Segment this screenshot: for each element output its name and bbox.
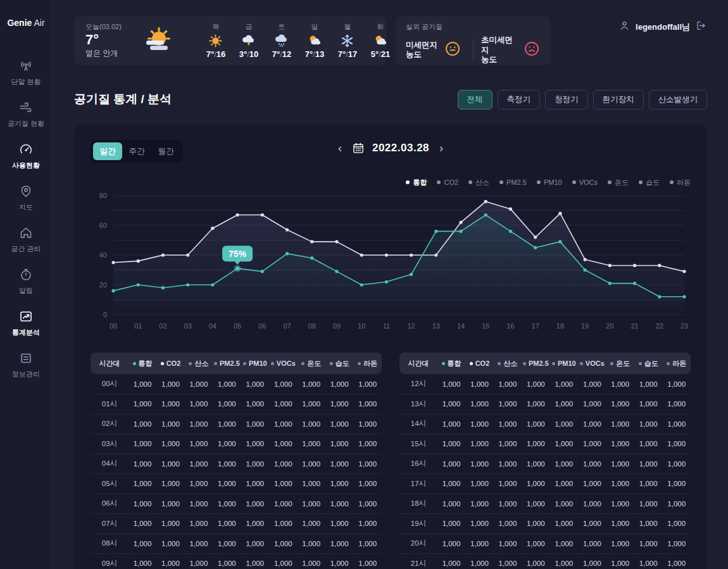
legend-item-통합[interactable]: 통합 (406, 178, 427, 187)
logo-light: Air (34, 18, 44, 28)
legend-item-PM10[interactable]: PM10 (537, 178, 562, 186)
cell-value: 1,000 (156, 514, 184, 534)
cell-value: 1,000 (465, 454, 493, 474)
weather-today: 오늘(03.02) 7° 옅은 안개 (85, 22, 140, 59)
forecast-temps: 7°/17 (338, 49, 358, 59)
antenna-icon (18, 58, 34, 73)
docs-icon (18, 351, 34, 366)
weather-cloud-rain-icon (273, 33, 290, 48)
row-hour: 16시 (399, 454, 437, 474)
legend-dot (406, 180, 410, 184)
weather-sun-icon (208, 33, 224, 48)
cell-value: 1,000 (465, 554, 493, 569)
filter-button-all[interactable]: 전체 (458, 90, 493, 109)
cell-value: 1,000 (213, 394, 241, 415)
user-account[interactable]: legendoffall님 (618, 20, 707, 34)
cell-value: 1,000 (241, 474, 269, 494)
cell-value: 1,000 (606, 374, 634, 394)
line-chart[interactable]: 0204060800001020304050607080910111213141… (91, 189, 691, 336)
legend-item-온도[interactable]: 온도 (608, 178, 629, 187)
column-header-PM10: PM10 (241, 353, 269, 374)
legend-item-라돈[interactable]: 라돈 (670, 178, 691, 187)
svg-text:14: 14 (457, 322, 465, 330)
sidebar-item-map[interactable]: 지도 (18, 184, 34, 212)
selected-date: 2022.03.28 (372, 142, 429, 154)
sidebar-item-air-quality[interactable]: 공기질 현황 (8, 100, 44, 128)
svg-text:08: 08 (308, 322, 316, 330)
filter-button-4[interactable]: 산소발생기 (649, 90, 708, 109)
fog-sun (142, 26, 173, 56)
sidebar-item-spaces[interactable]: 공간 관리 (11, 225, 41, 254)
cell-value: 1,000 (522, 494, 549, 514)
main-content: 오늘(03.02) 7° 옅은 안개 목 7°/16금 3°/10토 7°/12… (53, 0, 728, 569)
cell-value: 1,000 (437, 414, 465, 434)
cell-value: 1,000 (465, 394, 493, 415)
cell-value: 1,000 (213, 414, 241, 434)
cell-value: 1,000 (185, 554, 213, 569)
weather-card: 오늘(03.02) 7° 옅은 안개 목 7°/16금 3°/10토 7°/12… (74, 16, 386, 65)
logout-icon[interactable] (695, 20, 707, 34)
filter-button-2[interactable]: 청정기 (545, 90, 588, 109)
row-hour: 14시 (399, 414, 437, 434)
sidebar-item-stats[interactable]: 통계분석 (12, 309, 40, 337)
cloud-lightning (241, 33, 256, 49)
cell-value: 1,000 (550, 494, 578, 514)
sidebar-item-alerts[interactable]: 알림 (18, 267, 34, 296)
column-dot (301, 362, 304, 365)
home-icon (18, 225, 34, 241)
calendar-icon[interactable] (352, 142, 365, 154)
legend-item-습도[interactable]: 습도 (639, 178, 660, 187)
column-header-라돈: 라돈 (353, 353, 382, 374)
legend-label: 온도 (615, 178, 629, 187)
svg-text:20: 20 (99, 281, 107, 289)
legend-item-PM2.5[interactable]: PM2.5 (499, 178, 527, 186)
sidebar-item-usage[interactable]: 사용현황 (12, 142, 40, 170)
column-dot (552, 362, 555, 365)
svg-text:13: 13 (432, 322, 440, 330)
svg-text:22: 22 (656, 322, 663, 330)
column-dot (580, 362, 583, 365)
sidebar-item-label: 알림 (19, 286, 33, 296)
cell-value: 1,000 (298, 474, 325, 494)
user-name: legendoffall님 (636, 22, 690, 33)
svg-text:21: 21 (631, 322, 638, 330)
svg-text:75%: 75% (229, 249, 247, 259)
forecast-day-name: 금 (246, 22, 253, 32)
sun-cloud (372, 33, 388, 49)
top-bar: 오늘(03.02) 7° 옅은 안개 목 7°/16금 3°/10토 7°/12… (74, 16, 707, 65)
legend-item-VOCs[interactable]: VOCs (572, 178, 598, 186)
row-hour: 02시 (91, 414, 129, 434)
calendar-icon (352, 142, 365, 154)
sidebar-item-info[interactable]: 정보관리 (12, 351, 40, 379)
cell-value: 1,000 (550, 554, 578, 569)
cell-value: 1,000 (550, 474, 578, 494)
table-row: 06시1,0001,0001,0001,0001,0001,0001,0001,… (91, 494, 382, 514)
column-dot (358, 362, 361, 365)
column-header-산소: 산소 (494, 353, 522, 374)
cell-value: 1,000 (156, 554, 184, 569)
cell-value: 1,000 (522, 534, 549, 554)
row-hour: 19시 (399, 514, 437, 534)
legend-item-산소[interactable]: 산소 (468, 178, 489, 187)
cell-value: 1,000 (465, 534, 493, 554)
legend-dot (639, 180, 643, 184)
chart-svg[interactable]: 0204060800001020304050607080910111213141… (91, 189, 691, 334)
column-header-라돈: 라돈 (662, 353, 691, 374)
gauge-icon (18, 142, 34, 157)
sidebar-item-label: 통계분석 (12, 328, 40, 337)
row-hour: 08시 (91, 534, 129, 554)
sidebar-item-devices[interactable]: 단말 현황 (11, 58, 41, 87)
legend-item-CO2[interactable]: CO2 (437, 178, 458, 186)
next-date-button[interactable]: › (437, 141, 446, 155)
cell-value: 1,000 (522, 454, 549, 474)
cell-value: 1,000 (213, 514, 241, 534)
cell-value: 1,000 (522, 394, 549, 415)
cell-value: 1,000 (325, 494, 353, 514)
filter-button-3[interactable]: 환기장치 (593, 90, 644, 109)
cell-value: 1,000 (662, 414, 691, 434)
prev-date-button[interactable]: ‹ (336, 141, 344, 155)
filter-button-1[interactable]: 측정기 (498, 90, 541, 109)
svg-text:16: 16 (506, 322, 514, 330)
cell-value: 1,000 (578, 554, 606, 569)
user-icon (618, 20, 631, 34)
